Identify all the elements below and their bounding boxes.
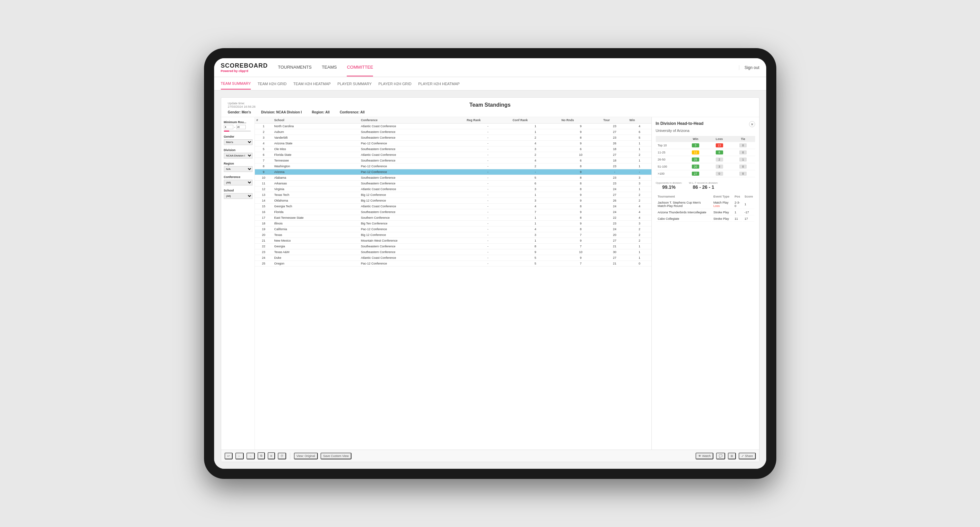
table-row[interactable]: 13 Texas Tech Big 12 Conference - 1 9 27…	[255, 192, 651, 198]
h2h-loss: 8	[707, 149, 731, 156]
cell-num: 4	[255, 141, 273, 146]
logo-title: SCOREBOARD	[221, 62, 268, 69]
timer-button[interactable]: ⏱	[278, 452, 286, 459]
cell-no: 9	[560, 192, 601, 198]
tournament-row: Cabo Collegiate Stroke Play 11 17	[657, 216, 754, 222]
table-row[interactable]: 2 Auburn Southeastern Conference - 1 9 2…	[255, 129, 651, 135]
cell-conference: Southeastern Conference	[359, 175, 465, 181]
table-row[interactable]: 20 Texas Big 12 Conference - 3 7 20 2	[255, 232, 651, 238]
cell-num: 12	[255, 186, 273, 192]
table-row[interactable]: 14 Oklahoma Big 12 Conference - 3 9 26 2	[255, 198, 651, 203]
cell-school: Oregon	[272, 261, 359, 267]
save-custom-view-button[interactable]: Save Custom View	[320, 452, 352, 459]
sidebar-filters: Minimum Rou... - Gender	[221, 117, 255, 449]
table-row[interactable]: 4 Arizona State Pac-12 Conference - 4 9 …	[255, 141, 651, 146]
cell-tour: 23	[601, 163, 628, 169]
min-rounds-max-input[interactable]	[236, 125, 246, 129]
table-row[interactable]: 21 New Mexico Mountain West Conference -…	[255, 238, 651, 244]
cell-school: California	[272, 227, 359, 232]
cell-tour: 18	[601, 146, 628, 152]
cell-reg: -	[465, 198, 511, 203]
region-filter-label: Region	[224, 162, 252, 165]
table-row[interactable]: 9 Arizona Pac-12 Conference - - 9 - -	[255, 169, 651, 175]
table-row[interactable]: 16 Florida Southeastern Conference - 7 9…	[255, 210, 651, 215]
table-row[interactable]: 15 Georgia Tech Atlantic Coast Conferenc…	[255, 203, 651, 210]
comment-button[interactable]: 💬	[716, 452, 725, 459]
table-row[interactable]: 23 Texas A&M Southeastern Conference - 9…	[255, 249, 651, 255]
cell-no: 9	[560, 221, 601, 227]
conference-filter-select[interactable]: (All)	[224, 180, 253, 186]
table-row[interactable]: 3 Vanderbilt Southeastern Conference - 2…	[255, 135, 651, 141]
cell-reg: -	[465, 255, 511, 261]
subnav-player-h2h-heatmap[interactable]: PLAYER H2H HEATMAP	[418, 78, 460, 89]
tablet-screen: SCOREBOARD Powered by clipp'd TOURNAMENT…	[214, 58, 766, 469]
paste-button[interactable]: ⧆	[268, 452, 275, 459]
nav-tournaments[interactable]: TOURNAMENTS	[278, 59, 312, 76]
table-row[interactable]: 25 Oregon Pac-12 Conference - 5 7 21 0	[255, 261, 651, 267]
view-original-button[interactable]: View: Original	[294, 452, 318, 459]
cell-school: Florida	[272, 210, 359, 215]
copy-button[interactable]: ⧉	[258, 452, 265, 459]
subnav-team-h2h-heatmap[interactable]: TEAM H2H HEATMAP	[293, 78, 331, 89]
table-row[interactable]: 18 Illinois Big Ten Conference - 1 9 23 …	[255, 221, 651, 227]
sign-out-button[interactable]: Sign out	[739, 65, 759, 70]
tournament-row: Jackson T. Stephens Cup Men's Match-Play…	[657, 200, 754, 209]
nav-committee[interactable]: COMMITTEE	[347, 59, 373, 76]
conference-filter-label: Conference	[224, 175, 252, 179]
table-row[interactable]: 6 Florida State Atlantic Coast Conferenc…	[255, 152, 651, 158]
h2h-tie: 0	[731, 142, 755, 149]
min-rounds-label: Minimum Rou...	[224, 121, 252, 124]
cell-tour: 23	[601, 175, 628, 181]
table-row[interactable]: 11 Arkansas Southeastern Conference - 6 …	[255, 181, 651, 186]
cell-conf: 4	[511, 158, 560, 163]
table-row[interactable]: 19 California Pac-12 Conference - 4 8 24…	[255, 227, 651, 232]
cell-no: 9	[560, 198, 601, 203]
table-row[interactable]: 8 Washington Pac-12 Conference - 2 8 23 …	[255, 163, 651, 169]
grid-button[interactable]: ⊞	[728, 452, 736, 459]
col-reg-rank: Reg Rank	[465, 117, 511, 124]
redo-fwd-button[interactable]: →	[247, 452, 255, 459]
share-button[interactable]: ⤢ Share	[739, 452, 756, 459]
gender-filter-select[interactable]: Men's	[224, 139, 253, 145]
tournament-pos: 11	[733, 216, 743, 222]
min-rounds-min-input[interactable]	[224, 125, 233, 129]
division-filter-select[interactable]: NCAA Division I	[224, 153, 253, 159]
subnav-player-summary[interactable]: PLAYER SUMMARY	[337, 78, 372, 89]
cell-num: 3	[255, 135, 273, 141]
tournament-score: 17	[743, 216, 754, 222]
filter-gender: Gender: Men's	[228, 110, 251, 114]
gender-filter-label: Gender	[224, 135, 252, 138]
min-rounds-slider[interactable]	[224, 130, 251, 132]
redo-back-button[interactable]: ←	[235, 452, 244, 459]
cell-conference: Atlantic Coast Conference	[359, 203, 465, 210]
subnav-team-summary[interactable]: TEAM SUMMARY	[221, 78, 251, 89]
cell-tour: 21	[601, 244, 628, 249]
table-row[interactable]: 17 East Tennessee State Southern Confere…	[255, 215, 651, 221]
watch-button[interactable]: 👁 Watch	[695, 452, 713, 459]
nav-teams[interactable]: TEAMS	[322, 59, 337, 76]
tournament-row: Arizona Thunderbirds Intercollegiate Str…	[657, 210, 754, 215]
undo-button[interactable]: ↩	[224, 452, 232, 459]
filter-school-group: School (All)	[224, 189, 252, 199]
cell-tour: 27	[601, 238, 628, 244]
cell-num: 5	[255, 146, 273, 152]
table-row[interactable]: 7 Tennessee Southeastern Conference - 4 …	[255, 158, 651, 163]
subnav-player-h2h-grid[interactable]: PLAYER H2H GRID	[379, 78, 411, 89]
cell-conf: 1	[511, 192, 560, 198]
table-row[interactable]: 24 Duke Atlantic Coast Conference - 5 9 …	[255, 255, 651, 261]
subnav-team-h2h-grid[interactable]: TEAM H2H GRID	[258, 78, 286, 89]
cell-conf: 4	[511, 141, 560, 146]
h2h-close-button[interactable]: ✕	[749, 121, 755, 127]
table-row[interactable]: 12 Virginia Atlantic Coast Conference - …	[255, 186, 651, 192]
region-filter-select[interactable]: N/A	[224, 166, 253, 172]
table-row[interactable]: 10 Alabama Southeastern Conference - 5 8…	[255, 175, 651, 181]
cell-conf: 6	[511, 181, 560, 186]
table-row[interactable]: 22 Georgia Southeastern Conference - 8 7…	[255, 244, 651, 249]
cell-school: Texas	[272, 232, 359, 238]
table-row[interactable]: 1 North Carolina Atlantic Coast Conferen…	[255, 124, 651, 129]
h2h-win: 20	[684, 163, 708, 170]
cell-num: 18	[255, 221, 273, 227]
table-row[interactable]: 5 Ole Miss Southeastern Conference - 3 6…	[255, 146, 651, 152]
school-filter-select[interactable]: (All)	[224, 193, 253, 199]
cell-reg: -	[465, 210, 511, 215]
